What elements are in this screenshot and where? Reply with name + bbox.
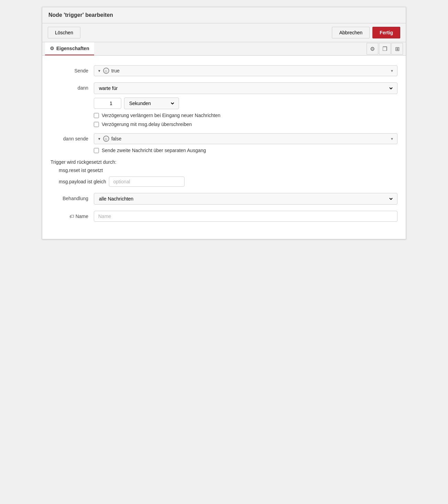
dann-sende-dropdown[interactable]: ▼ ◎ false ▼ <box>94 133 397 144</box>
checkbox2-label: Verzögerung mit msg.delay überschreiben <box>102 122 192 127</box>
duration-number-input[interactable] <box>94 98 121 109</box>
toolbar-left: Löschen <box>48 27 80 38</box>
tabs-bar: ⚙ Eigenschaften ⚙ ❐ ⊞ <box>42 42 406 56</box>
unit-select[interactable]: Sekunden Millisekunden Minuten Stunden <box>128 100 175 106</box>
behandlung-row: Behandlung alle Nachrichten erste Nachri… <box>51 193 397 205</box>
copy-tab-icon-button[interactable]: ❐ <box>379 43 391 55</box>
trigger-reset-list: msg.reset ist gesetzt msg.payload ist gl… <box>51 168 397 187</box>
dann-select[interactable]: warte für <box>98 85 394 91</box>
bullet1-text: msg.reset ist gesetzt <box>59 168 103 173</box>
sende-arrow-icon: ▼ <box>98 69 101 73</box>
grid-tab-icon-button[interactable]: ⊞ <box>391 43 403 55</box>
name-row: 🏷 Name <box>51 211 397 222</box>
sende-type-value: true <box>111 68 388 73</box>
gear-icon-tab: ⚙ <box>50 46 54 51</box>
dann-sende-type-value: false <box>111 136 388 141</box>
dann-row: dann warte für Sekunden Millisekunden Mi… <box>51 82 397 127</box>
gear-icon: ⚙ <box>370 46 375 52</box>
sende-row: Sende ▼ ◎ true ▼ <box>51 65 397 76</box>
sende-dropdown[interactable]: ▼ ◎ true ▼ <box>94 65 397 76</box>
sende-chevron-icon: ▼ <box>390 69 394 73</box>
name-label: Name <box>76 214 88 219</box>
optional-input[interactable] <box>109 176 184 187</box>
name-label-cell: 🏷 Name <box>51 211 88 219</box>
gear-tab-icon-button[interactable]: ⚙ <box>367 43 378 55</box>
panel-title: Node 'trigger' bearbeiten <box>48 12 113 18</box>
panel-header: Node 'trigger' bearbeiten <box>42 7 406 23</box>
bullet-item-1: msg.reset ist gesetzt <box>59 168 397 173</box>
trigger-reset-section: Trigger wird rückgesetzt durch: msg.rese… <box>51 159 397 187</box>
checkbox-zweite-nachricht[interactable] <box>94 148 99 153</box>
dann-sende-type-icon: ◎ <box>103 136 109 142</box>
checkbox2-row: Verzögerung mit msg.delay überschreiben <box>94 122 397 127</box>
dann-sende-row: dann sende ▼ ◎ false ▼ Sende zweite Nach… <box>51 133 397 153</box>
trigger-reset-title: Trigger wird rückgesetzt durch: <box>51 159 397 165</box>
done-button[interactable]: Fertig <box>372 27 400 38</box>
toolbar-right: Abbrechen Fertig <box>332 27 400 38</box>
checkbox-msg-delay[interactable] <box>94 122 99 127</box>
dann-sende-control: ▼ ◎ false ▼ Sende zweite Nachricht über … <box>94 133 397 153</box>
unit-select-wrap[interactable]: Sekunden Millisekunden Minuten Stunden <box>124 98 179 109</box>
checkbox3-label: Sende zweite Nachricht über separaten Au… <box>102 148 206 153</box>
sende-control: ▼ ◎ true ▼ <box>94 65 397 76</box>
form-content: Sende ▼ ◎ true ▼ dann warte für <box>42 56 406 239</box>
copy-icon: ❐ <box>382 46 387 52</box>
behandlung-control: alle Nachrichten erste Nachricht letzte … <box>94 193 397 205</box>
tab-properties-label: Eigenschaften <box>56 46 89 51</box>
dann-control: warte für Sekunden Millisekunden Minuten… <box>94 82 397 127</box>
sende-type-icon: ◎ <box>103 68 109 74</box>
dann-select-wrap[interactable]: warte für <box>94 82 397 94</box>
tab-properties[interactable]: ⚙ Eigenschaften <box>45 42 94 55</box>
behandlung-select-wrap[interactable]: alle Nachrichten erste Nachricht letzte … <box>94 193 397 205</box>
dann-sende-label: dann sende <box>51 133 88 141</box>
checkbox1-label: Verzögerung verlängern bei Eingang neuer… <box>102 113 221 118</box>
name-control <box>94 211 397 222</box>
toolbar: Löschen Abbrechen Fertig <box>42 23 406 42</box>
checkbox3-row: Sende zweite Nachricht über separaten Au… <box>94 148 397 153</box>
dann-sende-chevron-icon: ▼ <box>390 137 394 141</box>
tab-icon-group: ⚙ ❐ ⊞ <box>367 43 403 55</box>
checkbox-verzoegerung-verlaengern[interactable] <box>94 113 99 118</box>
duration-row: Sekunden Millisekunden Minuten Stunden <box>94 98 397 109</box>
name-input[interactable] <box>94 211 397 222</box>
bullet2-prefix: msg.payload ist gleich <box>59 179 106 184</box>
checkbox1-row: Verzögerung verlängern bei Eingang neuer… <box>94 113 397 118</box>
behandlung-label: Behandlung <box>51 193 88 201</box>
delete-button[interactable]: Löschen <box>48 27 80 38</box>
bullet-item-2: msg.payload ist gleich <box>59 176 397 187</box>
dann-label: dann <box>51 82 88 91</box>
tag-icon: 🏷 <box>69 214 74 219</box>
cancel-button[interactable]: Abbrechen <box>332 27 370 38</box>
sende-label: Sende <box>51 65 88 73</box>
grid-icon: ⊞ <box>395 46 400 52</box>
behandlung-select[interactable]: alle Nachrichten erste Nachricht letzte … <box>98 196 394 202</box>
dann-sende-arrow-icon: ▼ <box>98 137 101 141</box>
